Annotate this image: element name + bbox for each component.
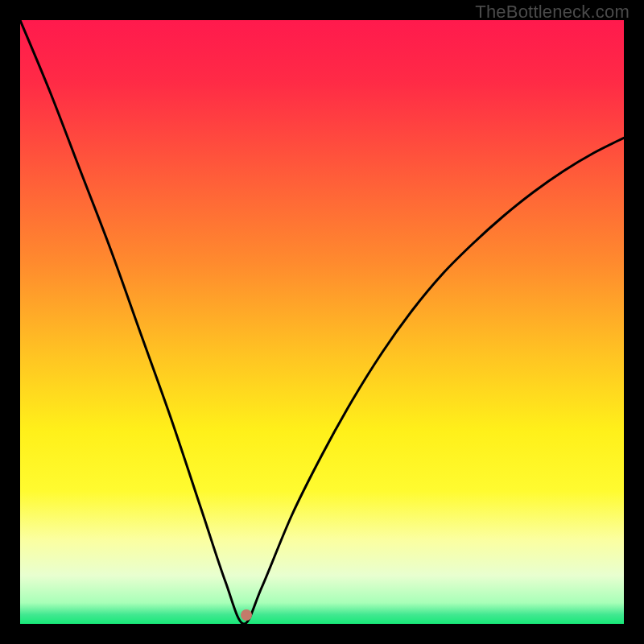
penalty-curve bbox=[20, 20, 624, 624]
minimum-point-marker bbox=[241, 609, 252, 621]
watermark-text: TheBottleneck.com bbox=[475, 2, 630, 23]
plot-area bbox=[20, 20, 624, 624]
chart-frame: TheBottleneck.com bbox=[0, 0, 644, 644]
